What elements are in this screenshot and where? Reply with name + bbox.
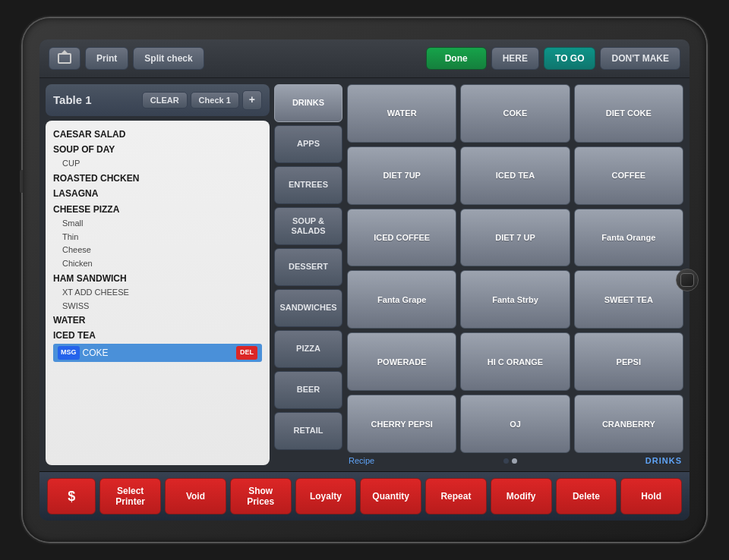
hold-button[interactable]: Hold xyxy=(620,478,682,514)
ipad-frame: Print Split check Done HERE TO GO DON'T … xyxy=(23,18,706,542)
list-item[interactable]: Chicken xyxy=(53,257,262,271)
split-check-button[interactable]: Split check xyxy=(133,47,204,70)
category-sandwiches[interactable]: SANDWICHES xyxy=(274,289,342,327)
select-printer-button[interactable]: Select Printer xyxy=(99,478,161,514)
loyalty-button[interactable]: Loyalty xyxy=(295,478,357,514)
items-grid: WATER COKE DIET COKE DIET 7UP ICED TEA C… xyxy=(347,84,683,453)
delete-button[interactable]: Delete xyxy=(556,478,617,514)
bottom-toolbar: $ Select Printer Void Show Prices Loyalt… xyxy=(39,471,690,521)
to-go-button[interactable]: TO GO xyxy=(544,47,595,70)
dont-make-button[interactable]: DON'T MAKE xyxy=(600,47,680,70)
repeat-button[interactable]: Repeat xyxy=(425,478,487,514)
list-item[interactable]: Small xyxy=(53,217,262,231)
item-hi-c-orange[interactable]: HI C ORANGE xyxy=(460,332,570,391)
list-item[interactable]: LASAGNA xyxy=(53,186,262,201)
category-apps[interactable]: APPS xyxy=(274,125,342,163)
msg-badge: MSG xyxy=(58,346,80,359)
pagination-dots xyxy=(374,458,645,464)
list-item[interactable]: SWISS xyxy=(53,300,262,313)
category-retail[interactable]: RETAIL xyxy=(274,412,342,450)
item-iced-coffee[interactable]: ICED COFFEE xyxy=(347,209,456,267)
done-button[interactable]: Done xyxy=(426,47,487,70)
list-item[interactable]: ROASTED CHCKEN xyxy=(53,171,262,186)
item-sweet-tea[interactable]: SWEET TEA xyxy=(574,270,683,329)
category-panel: DRINKS APPS ENTREES SOUP & SALADS DESSER… xyxy=(274,84,342,465)
item-coffee[interactable]: COFFEE xyxy=(574,146,683,205)
dollar-button[interactable]: $ xyxy=(47,478,96,514)
items-panel: WATER COKE DIET COKE DIET 7UP ICED TEA C… xyxy=(347,84,683,465)
list-item[interactable]: Thin xyxy=(53,231,262,244)
main-content: Table 1 CLEAR Check 1 + CAESAR SALAD SOU… xyxy=(39,78,690,471)
order-list: CAESAR SALAD SOUP OF DAY CUP ROASTED CHC… xyxy=(46,121,270,465)
list-item[interactable]: SOUP OF DAY xyxy=(53,142,262,157)
item-cranberry[interactable]: CRANBERRY xyxy=(574,395,683,453)
modify-button[interactable]: Modify xyxy=(491,478,552,514)
add-check-button[interactable]: + xyxy=(242,90,262,110)
house-icon xyxy=(58,53,71,64)
category-beer[interactable]: BEER xyxy=(274,371,342,409)
list-item[interactable]: HAM SANDWICH xyxy=(53,271,262,286)
item-fanta-grape[interactable]: Fanta Grape xyxy=(347,270,456,329)
recipe-link[interactable]: Recipe xyxy=(349,456,374,465)
category-soup-salads[interactable]: SOUP & SALADS xyxy=(274,207,342,245)
item-diet-7up[interactable]: DIET 7UP xyxy=(347,146,456,205)
item-diet-coke[interactable]: DIET COKE xyxy=(574,84,683,143)
here-button[interactable]: HERE xyxy=(491,47,539,70)
item-coke[interactable]: COKE xyxy=(460,84,570,143)
category-pizza[interactable]: PIZZA xyxy=(274,330,342,368)
item-oj[interactable]: OJ xyxy=(460,395,570,453)
del-badge[interactable]: DEL xyxy=(236,346,257,359)
order-header: Table 1 CLEAR Check 1 + xyxy=(46,84,270,116)
items-footer: Recipe DRINKS xyxy=(347,453,683,465)
item-cherry-pepsi[interactable]: CHERRY PEPSI xyxy=(347,395,456,453)
item-fanta-orange[interactable]: Fanta Orange xyxy=(574,209,683,267)
category-drinks[interactable]: DRINKS xyxy=(274,84,342,122)
item-powerade[interactable]: POWERADE xyxy=(347,332,456,391)
order-panel: Table 1 CLEAR Check 1 + CAESAR SALAD SOU… xyxy=(46,84,270,465)
dot-2 xyxy=(512,458,517,464)
home-button[interactable] xyxy=(676,269,699,291)
home-nav-button[interactable] xyxy=(49,47,80,70)
order-header-buttons: CLEAR Check 1 + xyxy=(142,90,262,110)
clear-button[interactable]: CLEAR xyxy=(142,92,188,109)
list-item[interactable]: Cheese xyxy=(53,244,262,257)
selected-order-item[interactable]: MSG COKE DEL xyxy=(53,344,262,362)
drinks-label: DRINKS xyxy=(645,456,682,465)
list-item[interactable]: XT ADD CHEESE xyxy=(53,286,262,300)
item-pepsi[interactable]: PEPSI xyxy=(574,332,683,391)
dot-1 xyxy=(503,458,509,464)
quantity-button[interactable]: Quantity xyxy=(360,478,421,514)
item-diet-7-up[interactable]: DIET 7 UP xyxy=(460,209,570,267)
list-item[interactable]: WATER xyxy=(53,313,262,328)
selected-item-name: COKE xyxy=(83,345,109,360)
list-item[interactable]: ICED TEA xyxy=(53,328,262,343)
print-button[interactable]: Print xyxy=(85,47,128,70)
item-iced-tea[interactable]: ICED TEA xyxy=(460,146,570,205)
list-item[interactable]: CAESAR SALAD xyxy=(53,127,262,142)
item-fanta-strby[interactable]: Fanta Strby xyxy=(460,270,570,329)
list-item[interactable]: Cheese Pizza xyxy=(53,202,262,217)
home-button-inner xyxy=(680,273,694,287)
screen: Print Split check Done HERE TO GO DON'T … xyxy=(39,39,690,521)
side-button xyxy=(20,170,23,193)
check-button[interactable]: Check 1 xyxy=(191,92,239,109)
category-dessert[interactable]: DESSERT xyxy=(274,248,342,286)
list-item[interactable]: CUP xyxy=(53,157,262,171)
item-water[interactable]: WATER xyxy=(347,84,456,143)
table-name: Table 1 xyxy=(53,93,92,106)
void-button[interactable]: Void xyxy=(165,478,226,514)
show-prices-button[interactable]: Show Prices xyxy=(230,478,292,514)
category-entrees[interactable]: ENTREES xyxy=(274,166,342,204)
toolbar: Print Split check Done HERE TO GO DON'T … xyxy=(39,39,690,78)
